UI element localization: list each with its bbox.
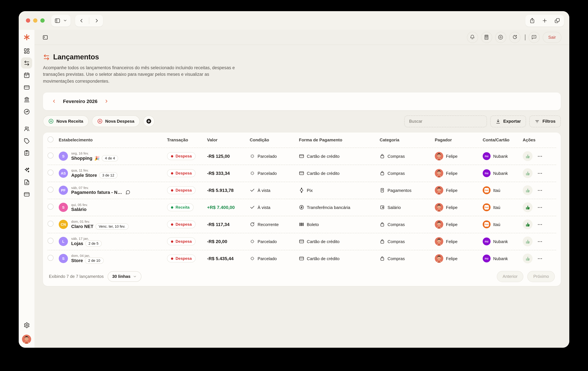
dark-mode-moon-button[interactable] [509, 32, 520, 43]
row-checkbox[interactable] [48, 221, 53, 227]
sidebar-item-planner[interactable] [21, 147, 32, 158]
account-name: Itaú [493, 222, 500, 227]
row-checkbox[interactable] [48, 153, 53, 159]
app-sidebar-toggle-button[interactable] [42, 34, 48, 40]
next-month-button[interactable] [104, 99, 109, 104]
back-button[interactable] [76, 18, 86, 23]
account-name: Nubank [493, 239, 508, 244]
confirm-transaction-button[interactable] [523, 186, 533, 195]
sidebar-item-bank[interactable] [21, 94, 32, 105]
sidebar-item-settings[interactable] [21, 319, 32, 331]
logout-button[interactable]: Sair [543, 32, 561, 43]
rows-per-page-select[interactable]: 30 linhas [108, 271, 141, 282]
sidebar-item-reports[interactable] [21, 176, 32, 188]
sidebar-item-dashboard[interactable] [21, 45, 32, 56]
share-button[interactable] [527, 18, 537, 23]
sidebar-panel-icon [54, 18, 60, 23]
transaction-date: sáb, 17 jan. [71, 237, 102, 240]
row-menu-button[interactable] [537, 239, 543, 244]
new-expense-label: Nova Despesa [105, 119, 134, 124]
chevron-down-icon [63, 18, 67, 23]
more-actions-button[interactable] [143, 116, 154, 127]
sidebar-item-performance[interactable] [21, 106, 32, 117]
column-header: Categoria [380, 138, 435, 143]
category-label: Pagamentos [388, 188, 411, 193]
row-checkbox[interactable] [48, 204, 53, 210]
page-content: Lançamentos Acompanhe todos os lançament… [34, 45, 569, 348]
previous-page-button[interactable]: Anterior [497, 271, 524, 282]
table-row[interactable]: L sáb, 17 jan. Lojas 2 de 5 Despesa -R$ … [48, 233, 556, 250]
ellipsis-icon [537, 171, 543, 176]
confirm-transaction-button[interactable] [523, 151, 533, 161]
row-menu-button[interactable] [537, 171, 543, 176]
establishment-name: Shopping [71, 156, 92, 161]
sidebar-item-cards[interactable] [21, 82, 32, 93]
sidebar-item-accounts[interactable] [21, 189, 32, 200]
category-icon [380, 222, 385, 227]
table-row[interactable]: S dom, 04 jan. Store 2 de 10 Despesa -R$… [48, 250, 556, 267]
table-header-row: EstabelecimentoTransaçãoValorCondiçãoFor… [48, 133, 556, 148]
plus-icon [542, 18, 548, 23]
row-menu-button[interactable] [537, 154, 543, 159]
installment-badge: 4 de 4 [102, 155, 118, 161]
transaction-value: -R$ 5.435,44 [207, 256, 250, 261]
table-row[interactable]: S qui, 05 fev. Salário Receita +R$ 7.400… [48, 199, 556, 216]
feedback-button[interactable] [529, 32, 540, 43]
row-menu-button[interactable] [537, 222, 543, 227]
row-checkbox[interactable] [48, 187, 53, 193]
confirm-transaction-button[interactable] [523, 203, 533, 212]
confirm-transaction-button[interactable] [523, 220, 533, 229]
sidebar-item-people[interactable] [21, 123, 32, 134]
payer-name: Felipe [446, 188, 458, 193]
table-row[interactable]: S seg, 16 fev. Shopping 🎉 4 de 4 Despesa… [48, 148, 556, 165]
user-avatar[interactable] [22, 335, 31, 344]
category-icon [380, 154, 385, 159]
row-checkbox[interactable] [48, 238, 53, 244]
forward-button[interactable] [92, 18, 102, 23]
row-menu-button[interactable] [537, 256, 543, 261]
new-tab-button[interactable] [540, 18, 550, 23]
privacy-eye-button[interactable] [495, 32, 506, 43]
payer-avatar [435, 254, 443, 263]
filters-button[interactable]: Filtros [529, 115, 561, 127]
ellipsis-icon [537, 154, 543, 159]
table-row[interactable]: CN dom, 01 fev. Claro NET Venc. ter, 10 … [48, 216, 556, 233]
establishment-avatar: PF [59, 186, 68, 195]
bell-button[interactable] [467, 32, 478, 43]
export-button[interactable]: Exportar [490, 115, 526, 127]
row-menu-button[interactable] [537, 205, 543, 210]
confirm-transaction-button[interactable] [523, 254, 533, 264]
close-window-button[interactable] [26, 18, 30, 23]
sidebar-item-tags[interactable] [21, 135, 32, 146]
sidebar-item-transactions[interactable] [21, 57, 32, 69]
confirm-transaction-button[interactable] [523, 168, 533, 178]
calculator-button[interactable] [481, 32, 492, 43]
row-checkbox[interactable] [48, 170, 53, 176]
row-checkbox[interactable] [48, 255, 53, 261]
previous-month-button[interactable] [52, 99, 56, 104]
payment-method-label: Cartão de crédito [307, 256, 339, 261]
tab-overview-button[interactable] [552, 18, 562, 23]
search-input[interactable] [404, 115, 487, 127]
row-menu-button[interactable] [537, 188, 543, 193]
table-row[interactable]: PF sáb, 07 fev. Pagamento fatura - Nuban… [48, 182, 556, 199]
category-label: Compras [388, 256, 405, 261]
new-expense-button[interactable]: Nova Despesa [92, 116, 140, 127]
bank-logo: nu [483, 238, 491, 246]
payer-avatar [435, 152, 443, 161]
sidebar-item-schedule[interactable] [21, 70, 32, 81]
confirm-transaction-button[interactable] [523, 237, 533, 247]
new-income-button[interactable]: Nova Receita [43, 116, 88, 127]
app-header: Sair [34, 30, 569, 45]
browser-actions-group [525, 15, 564, 26]
bank-icon [23, 96, 30, 103]
minimize-window-button[interactable] [33, 18, 37, 23]
table-row[interactable]: AS qua, 11 fev. Apple Store 3 de 12 Desp… [48, 165, 556, 182]
next-page-button[interactable]: Próximo [527, 271, 555, 282]
sidebar-item-assistant[interactable] [21, 164, 32, 175]
select-all-checkbox[interactable] [48, 137, 53, 143]
thumbs-up-icon [525, 256, 530, 261]
browser-sidebar-toggle-button[interactable] [51, 15, 71, 26]
transaction-date: qui, 05 fev. [71, 203, 88, 207]
zoom-window-button[interactable] [40, 18, 45, 23]
